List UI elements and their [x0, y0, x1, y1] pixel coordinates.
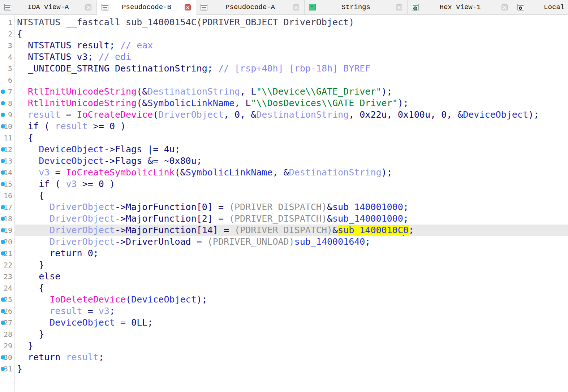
code-token: }: [17, 260, 44, 270]
code-token: [17, 86, 28, 97]
code-line[interactable]: 13 DeviceObject->Flags &= ~0x80u;: [0, 155, 568, 167]
tab-label: Hex View-1: [419, 3, 502, 11]
line-gutter: 25: [0, 294, 14, 305]
code-token: RtlInitUnicodeString: [28, 86, 137, 97]
code-line[interactable]: 24 {: [0, 282, 568, 294]
code-line[interactable]: 9 result = IoCreateDevice(DriverObject, …: [0, 109, 568, 121]
code-token: DeviceObject: [39, 144, 104, 154]
tab-label: Pseudocode-A: [207, 3, 293, 11]
code-line[interactable]: 2{: [0, 28, 568, 40]
code-line[interactable]: 4 NTSTATUS v3; // edi: [0, 51, 568, 63]
code-token: ;: [365, 236, 370, 247]
code-token: [17, 144, 39, 154]
code-line[interactable]: 23 else: [0, 271, 568, 282]
code-token: IoCreateDevice: [77, 109, 153, 120]
code-line[interactable]: 10 if ( result >= 0 ): [0, 121, 568, 132]
code-token: =: [82, 306, 99, 316]
code-line[interactable]: 14 v3 = IoCreateSymbolicLink(&SymbolicLi…: [0, 167, 568, 178]
code-token: sub_140001000: [332, 213, 403, 224]
code-line[interactable]: 6: [0, 74, 568, 86]
line-number: 18: [4, 213, 12, 225]
code-text: result = IoCreateDevice(DriverObject, 0,…: [14, 109, 568, 121]
tab-hex-view-1[interactable]: Hex View-1×: [408, 0, 513, 15]
code-token: IoDeleteDevice: [50, 294, 126, 305]
tab-ida-view-a[interactable]: IDA View-A×: [0, 0, 97, 15]
code-line[interactable]: 12 DeviceObject->Flags |= 4u;: [0, 144, 568, 155]
code-line[interactable]: 19 DriverObject->MajorFunction[14] = (PD…: [0, 225, 568, 236]
hex-icon: [412, 4, 419, 10]
line-gutter: 22: [0, 259, 14, 271]
code-token: SymbolicLinkName: [186, 167, 273, 178]
code-token: DriverObject: [50, 202, 115, 212]
code-line[interactable]: 31}: [0, 363, 568, 375]
line-number: 21: [4, 248, 12, 259]
close-icon[interactable]: ×: [502, 4, 508, 10]
code-line[interactable]: 28 }: [0, 328, 568, 340]
line-number: 2: [8, 28, 12, 40]
tab-local-t[interactable]: Local T: [513, 0, 568, 15]
code-text: v3 = IoCreateSymbolicLink(&SymbolicLinkN…: [14, 167, 568, 178]
line-gutter: 2: [0, 28, 14, 40]
close-icon[interactable]: ×: [185, 4, 191, 10]
code-token: sub_140001000: [332, 202, 403, 212]
code-line[interactable]: 17 DriverObject->MajorFunction[0] = (PDR…: [0, 201, 568, 213]
code-token: if (: [17, 121, 55, 131]
code-token: DriverObject: [50, 236, 115, 247]
tab-pseudocode-b[interactable]: Pseudocode-B×: [97, 0, 196, 15]
code-line[interactable]: 27 DeviceObject = 0LL;: [0, 317, 568, 328]
line-number: 16: [4, 190, 12, 201]
line-gutter: 3: [0, 40, 14, 51]
close-icon[interactable]: ×: [85, 4, 91, 10]
code-token: SymbolicLinkName: [147, 98, 234, 108]
code-line[interactable]: 8 RtlInitUnicodeString(&SymbolicLinkName…: [0, 97, 568, 109]
code-token: ->MajorFunction[0] =: [115, 202, 229, 212]
code-token: return 0;: [17, 248, 99, 258]
line-number: 28: [4, 328, 12, 340]
line-gutter: 13: [0, 155, 14, 167]
code-token: "\\DosDevices\\GATE_Driver": [251, 98, 397, 108]
tab-pseudocode-a[interactable]: Pseudocode-A×: [196, 0, 305, 15]
code-line[interactable]: 11 {: [0, 132, 568, 144]
code-token: RtlInitUnicodeString: [28, 98, 137, 108]
code-line[interactable]: 26 result = v3;: [0, 305, 568, 317]
breakpoint-dot[interactable]: [1, 101, 5, 105]
code-token: ->MajorFunction[2] =: [115, 213, 229, 224]
code-line[interactable]: 16 {: [0, 190, 568, 201]
code-line[interactable]: 1NTSTATUS __fastcall sub_14000154C(PDRIV…: [0, 17, 568, 28]
code-line[interactable]: 22 }: [0, 259, 568, 271]
code-token: v3: [66, 179, 77, 189]
breakpoint-dot[interactable]: [1, 90, 5, 94]
code-line[interactable]: 15 if ( v3 >= 0 ): [0, 178, 568, 190]
code-token: // eax: [120, 40, 153, 51]
close-icon[interactable]: ×: [293, 4, 299, 10]
close-icon[interactable]: ×: [396, 4, 402, 10]
code-text: DeviceObject->Flags |= 4u;: [14, 144, 568, 155]
code-token: {: [17, 29, 22, 39]
code-line[interactable]: 18 DriverObject->MajorFunction[2] = (PDR…: [0, 213, 568, 225]
code-text: if ( v3 >= 0 ): [14, 178, 568, 190]
code-line[interactable]: 30 return result;: [0, 352, 568, 363]
code-line[interactable]: 20 DriverObject->DriverUnload = (PDRIVER…: [0, 236, 568, 248]
line-number: 29: [4, 340, 12, 352]
gutter-separator: [14, 15, 15, 392]
breakpoint-dot[interactable]: [1, 113, 5, 117]
code-line[interactable]: 21 return 0;: [0, 248, 568, 259]
line-number: 30: [4, 352, 12, 363]
code-line[interactable]: 7 RtlInitUnicodeString(&DestinationStrin…: [0, 86, 568, 97]
code-token: ->DriverUnload =: [115, 236, 207, 247]
tab-label: Local T: [524, 3, 568, 11]
code-line[interactable]: 3 NTSTATUS result; // eax: [0, 40, 568, 51]
tab-strings[interactable]: Strings×: [305, 0, 408, 15]
code-token: else: [17, 271, 60, 282]
code-line[interactable]: 25 IoDeleteDevice(DeviceObject);: [0, 294, 568, 305]
code-line[interactable]: 29 }: [0, 340, 568, 352]
line-number: 6: [8, 74, 12, 86]
code-line[interactable]: 5 _UNICODE_STRING DestinationString; // …: [0, 63, 568, 74]
line-gutter: 29: [0, 340, 14, 352]
code-token: "\\Device\\GATE_Driver": [256, 86, 381, 97]
listing-icon: [4, 4, 11, 10]
code-token: DriverObject: [50, 213, 115, 224]
line-number: 9: [8, 109, 12, 121]
listing-icon: [201, 4, 207, 10]
tab-label: Strings: [316, 3, 396, 11]
